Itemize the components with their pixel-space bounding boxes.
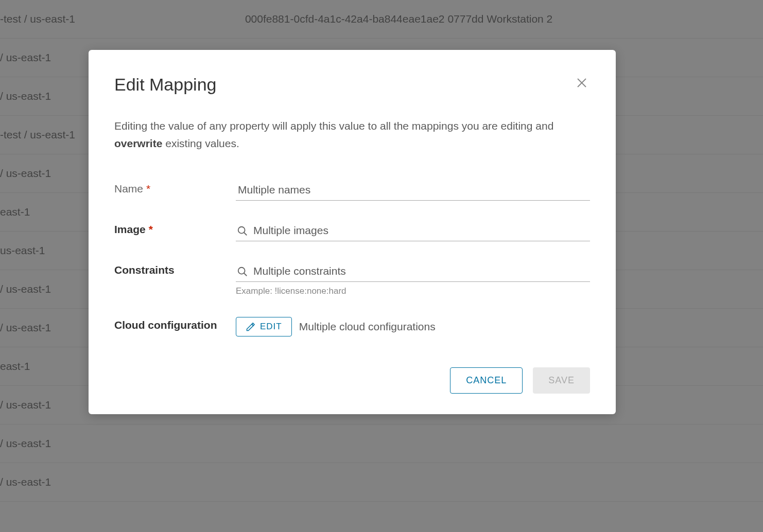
image-label-text: Image	[114, 223, 146, 235]
constraints-input[interactable]	[253, 262, 590, 281]
cloud-config-field-wrapper: EDIT Multiple cloud configurations	[236, 317, 590, 336]
name-label: Name*	[114, 181, 236, 195]
cloud-config-text: Multiple cloud configurations	[299, 321, 436, 333]
cloud-config-row: Cloud configuration EDIT Multiple cloud …	[114, 317, 590, 336]
close-icon	[576, 77, 588, 89]
constraints-row: Constraints Example: !license:none:hard	[114, 262, 590, 296]
name-input[interactable]	[236, 181, 590, 201]
modal-footer: CANCEL SAVE	[114, 367, 590, 394]
image-label: Image*	[114, 221, 236, 236]
constraints-input-container	[236, 262, 590, 282]
constraints-label-text: Constraints	[114, 264, 175, 276]
image-input[interactable]	[253, 221, 590, 241]
image-row: Image*	[114, 221, 590, 241]
constraints-label: Constraints	[114, 262, 236, 276]
svg-point-4	[238, 268, 245, 274]
cancel-button[interactable]: CANCEL	[450, 367, 523, 394]
required-indicator: *	[146, 183, 150, 194]
modal-title: Edit Mapping	[114, 75, 216, 95]
close-button[interactable]	[574, 75, 590, 94]
modal-header: Edit Mapping	[114, 75, 590, 95]
constraints-field-wrapper: Example: !license:none:hard	[236, 262, 590, 296]
description-text-2: existing values.	[162, 137, 239, 149]
name-row: Name*	[114, 181, 590, 201]
description-text-1: Editing the value of any property will a…	[114, 120, 553, 132]
image-field-wrapper	[236, 221, 590, 241]
save-button[interactable]: SAVE	[533, 367, 590, 394]
svg-line-3	[244, 233, 247, 236]
image-input-container	[236, 221, 590, 241]
description-bold: overwrite	[114, 137, 162, 149]
search-icon	[237, 225, 248, 237]
edit-cloud-config-button[interactable]: EDIT	[236, 317, 292, 336]
required-indicator: *	[149, 223, 153, 235]
edit-button-label: EDIT	[260, 322, 282, 332]
svg-point-2	[238, 227, 245, 234]
cloud-config-label: Cloud configuration	[114, 317, 236, 331]
pencil-icon	[246, 322, 256, 332]
modal-description: Editing the value of any property will a…	[114, 117, 590, 152]
constraints-hint: Example: !license:none:hard	[236, 286, 590, 296]
edit-mapping-modal: Edit Mapping Editing the value of any pr…	[89, 50, 616, 414]
name-field-wrapper	[236, 181, 590, 201]
name-label-text: Name	[114, 183, 143, 194]
svg-line-5	[244, 273, 247, 276]
search-icon	[237, 266, 248, 277]
cloud-config-content: EDIT Multiple cloud configurations	[236, 317, 590, 336]
